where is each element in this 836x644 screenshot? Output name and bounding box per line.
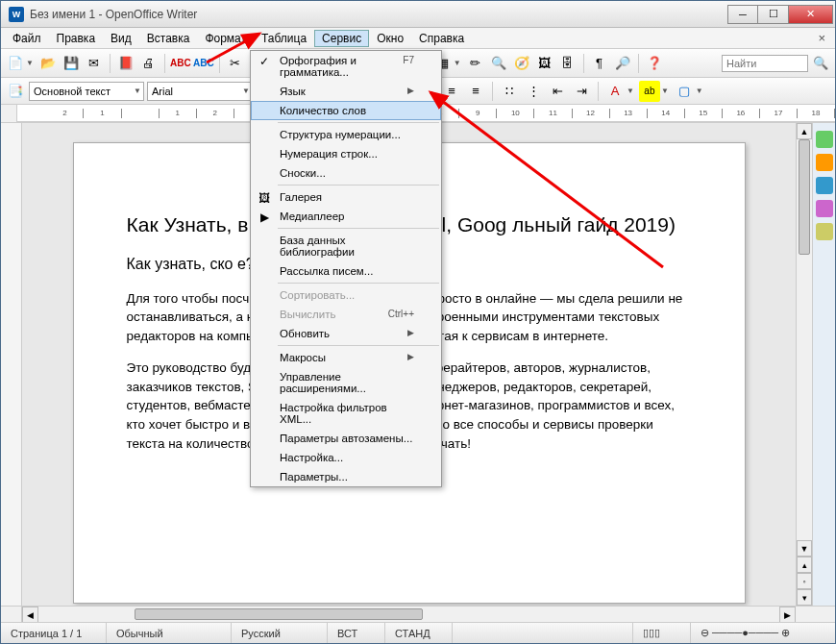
menu-edit[interactable]: Правка (49, 30, 104, 47)
close-button[interactable]: ✕ (789, 5, 833, 24)
prev-page-button[interactable]: ▴ (797, 557, 812, 573)
dropdown-item-20[interactable]: Настройка фильтров XML... (251, 398, 441, 429)
maximize-button[interactable]: ☐ (758, 5, 789, 24)
font-color-button[interactable]: A (604, 81, 626, 102)
highlight-button[interactable]: ab (639, 81, 660, 102)
draw-button[interactable]: ✏ (465, 53, 486, 74)
indent-button[interactable]: ⇥ (571, 81, 592, 102)
scroll-thumb-v[interactable] (799, 139, 810, 255)
font-combo[interactable]: Arial▼ (147, 82, 253, 101)
datasources-button[interactable]: 🗄 (557, 53, 578, 74)
status-page[interactable]: Страница 1 / 1 (1, 623, 107, 643)
window-title: Без имени 1 - OpenOffice Writer (30, 8, 727, 21)
menu-help[interactable]: Справка (411, 30, 472, 47)
help-button[interactable]: ❓ (644, 53, 665, 74)
scroll-down-button[interactable]: ▼ (797, 540, 812, 557)
auto-spell-button[interactable]: ABC (193, 53, 214, 74)
menu-window[interactable]: Окно (369, 30, 411, 47)
dropdown-item-2[interactable]: Количество слов (251, 101, 441, 120)
menu-format[interactable]: Формат (197, 30, 254, 47)
bg-color-button[interactable]: ▢ (674, 81, 695, 102)
nav-button[interactable]: ◦ (797, 573, 812, 589)
menubar-close-doc[interactable]: × (812, 31, 831, 45)
dropdown-item-label: Сортировать... (280, 289, 355, 301)
numbered-list-button[interactable]: ∷ (499, 81, 520, 102)
outdent-button[interactable]: ⇤ (547, 81, 568, 102)
status-selection-mode[interactable]: СТАНД (385, 623, 453, 643)
dropdown-item-19[interactable]: Управление расширениями... (251, 367, 441, 398)
dropdown-item-label: Количество слов (280, 105, 366, 116)
sidebar-properties-icon[interactable] (816, 131, 833, 148)
scroll-track-v[interactable] (797, 139, 812, 540)
dropdown-item-0[interactable]: ✓Орфография и грамматика...F7 (251, 51, 441, 82)
scroll-up-button[interactable]: ▲ (797, 123, 812, 139)
dropdown-item-21[interactable]: Параметры автозамены... (251, 429, 441, 448)
print-button[interactable]: 🖨 (138, 53, 160, 74)
dropdown-item-11[interactable]: База данных библиографии (251, 231, 441, 261)
paragraph-style-combo[interactable]: Основной текст▼ (29, 82, 144, 101)
open-button[interactable]: 📂 (37, 53, 59, 74)
dropdown-item-23[interactable]: Параметры... (251, 467, 441, 486)
export-pdf-button[interactable]: 📕 (115, 53, 136, 74)
sidebar-navigator-icon[interactable] (816, 200, 833, 217)
dropdown-item-5[interactable]: Нумерация строк... (251, 144, 441, 163)
media-icon: ▶ (257, 210, 272, 225)
minimize-button[interactable]: ─ (727, 5, 758, 24)
gallery-button[interactable]: 🖼 (534, 53, 555, 74)
paragraph-style-value: Основной текст (34, 86, 111, 97)
justify-button[interactable]: ≡ (465, 81, 486, 102)
zoom-button[interactable]: 🔎 (612, 53, 633, 74)
email-button[interactable]: ✉ (84, 53, 105, 74)
menu-tools[interactable]: Сервис (314, 30, 369, 47)
abc-icon: ✓ (257, 54, 272, 69)
scroll-thumb-h[interactable] (135, 608, 423, 620)
dropdown-item-4[interactable]: Структура нумерации... (251, 125, 441, 144)
dropdown-item-8[interactable]: 🖼Галерея (251, 187, 441, 207)
dropdown-shortcut: F7 (403, 55, 414, 78)
sidebar-functions-icon[interactable] (816, 223, 833, 240)
cut-button[interactable]: ✂ (225, 53, 246, 74)
dropdown-item-6[interactable]: Сноски... (251, 163, 441, 183)
status-insert-mode[interactable]: ВСТ (328, 623, 385, 643)
nonprint-button[interactable]: ¶ (589, 53, 610, 74)
scroll-right-button[interactable]: ▶ (779, 607, 796, 623)
dropdown-item-14: Сортировать... (251, 285, 441, 305)
statusbar: Страница 1 / 1 Обычный Русский ВСТ СТАНД… (1, 622, 835, 643)
status-lang[interactable]: Русский (232, 623, 328, 643)
status-zoom[interactable]: ⊖ ────●──── ⊕ (691, 623, 835, 643)
menu-view[interactable]: Вид (103, 30, 139, 47)
new-button[interactable]: 📄 (5, 53, 26, 74)
save-button[interactable]: 💾 (61, 53, 82, 74)
menu-table[interactable]: Таблица (254, 30, 314, 47)
menu-insert[interactable]: Вставка (139, 30, 198, 47)
navigator-button[interactable]: 🧭 (511, 53, 532, 74)
submenu-arrow-icon: ▶ (407, 86, 414, 97)
dropdown-item-18[interactable]: Макросы▶ (251, 348, 441, 367)
dropdown-item-16[interactable]: Обновить▶ (251, 324, 441, 343)
sidebar-styles-icon[interactable] (816, 154, 833, 171)
align-right-button[interactable]: ≡ (441, 81, 462, 102)
vertical-ruler[interactable] (1, 123, 22, 606)
dropdown-item-12[interactable]: Рассылка писем... (251, 261, 441, 281)
bullet-list-button[interactable]: ⋮ (523, 81, 544, 102)
menubar: Файл Правка Вид Вставка Формат Таблица С… (1, 28, 835, 49)
dropdown-item-22[interactable]: Настройка... (251, 448, 441, 467)
dropdown-item-1[interactable]: Язык▶ (251, 82, 441, 101)
horizontal-scrollbar[interactable]: ◀ ▶ (1, 606, 835, 622)
spellcheck-button[interactable]: ABC (170, 53, 191, 74)
status-view-layout[interactable]: ▯▯▯ (633, 623, 691, 643)
next-page-button[interactable]: ▾ (797, 589, 812, 606)
menu-file[interactable]: Файл (5, 30, 49, 47)
dropdown-item-9[interactable]: ▶Медиаплеер (251, 207, 441, 226)
dropdown-item-label: Медиаплеер (280, 211, 345, 222)
search-next-button[interactable]: 🔍 (810, 53, 831, 74)
vertical-scrollbar[interactable]: ▲ ▼ ▴ ◦ ▾ (796, 123, 812, 606)
scroll-track-h[interactable] (38, 607, 779, 622)
styles-button[interactable]: 📑 (5, 81, 26, 102)
sidebar-gallery-icon[interactable] (816, 177, 833, 194)
find-button[interactable]: 🔍 (488, 53, 509, 74)
sidebar-panel (812, 123, 835, 606)
scroll-left-button[interactable]: ◀ (22, 607, 38, 623)
search-input[interactable] (722, 55, 808, 72)
status-style[interactable]: Обычный (107, 623, 232, 643)
